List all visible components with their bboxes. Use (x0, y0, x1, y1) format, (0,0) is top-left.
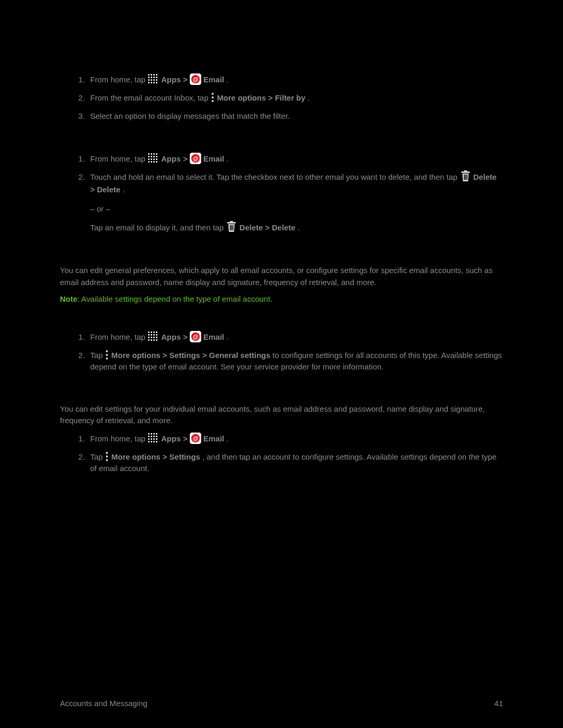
document-page: From home, tap Apps > Email . From the e… (0, 0, 563, 728)
section-intro: You can edit settings for your individua… (60, 403, 503, 427)
note-text: : Available settings depend on the type … (77, 294, 272, 303)
section-intro: You can edit general preferences, which … (60, 265, 503, 288)
more-options-label: More options > Filter by (217, 93, 305, 102)
page-footer: Accounts and Messaging 41 (60, 698, 503, 710)
more-options-icon (105, 451, 109, 462)
note-line: Note: Available settings depend on the t… (60, 293, 503, 305)
step-list-account-settings: From home, tap Apps > Email . Tap More o… (60, 433, 503, 475)
text: . (226, 434, 228, 443)
email-label: Email (203, 332, 224, 341)
list-item: Tap More options > Settings > General se… (87, 350, 503, 373)
text: Select an option to display messages tha… (90, 112, 290, 120)
text: From the email account Inbox, tap (90, 93, 211, 102)
more-options-icon (211, 92, 215, 103)
list-item: From home, tap Apps > Email . (87, 74, 503, 86)
email-icon (190, 153, 201, 164)
list-item: From the email account Inbox, tap More o… (87, 92, 503, 104)
apps-icon (148, 73, 159, 85)
text: From home, tap (90, 434, 148, 443)
delete-label: Delete > Delete (239, 223, 295, 232)
list-item: Tap More options > Settings , and then t… (87, 451, 503, 475)
step-list-general-settings: From home, tap Apps > Email . Tap More o… (60, 331, 503, 373)
more-options-icon (105, 350, 109, 360)
apps-label: Apps (161, 154, 181, 163)
email-label: Email (203, 75, 224, 84)
text: From home, tap (90, 332, 148, 341)
separator: > (183, 154, 190, 163)
trash-icon (226, 220, 237, 233)
separator: > (183, 332, 190, 341)
separator: > (183, 434, 190, 443)
list-item: From home, tap Apps > Email . (87, 433, 503, 445)
or-separator: – or – (90, 203, 503, 215)
footer-section-title: Accounts and Messaging (60, 698, 148, 710)
text: . (226, 75, 228, 84)
text: Tap (90, 452, 105, 461)
trash-icon (460, 170, 471, 182)
note-label: Note (60, 294, 77, 303)
settings-path-label: More options > Settings (112, 452, 200, 461)
text: Tap (90, 351, 105, 360)
settings-path-label: More options > Settings > General settin… (112, 351, 271, 360)
apps-label: Apps (161, 75, 181, 84)
text: Touch and hold an email to select it. Ta… (90, 172, 460, 181)
apps-icon (148, 433, 159, 444)
email-icon (190, 73, 201, 85)
text: . (226, 332, 228, 341)
step-list-delete: From home, tap Apps > Email . Touch and … (60, 153, 503, 235)
list-item: From home, tap Apps > Email . (87, 331, 503, 343)
footer-page-number: 41 (494, 698, 503, 710)
separator: > (183, 75, 190, 84)
email-label: Email (203, 154, 224, 163)
text: Tap an email to display it, and then tap (90, 223, 226, 232)
list-item: From home, tap Apps > Email . (87, 153, 503, 165)
apps-label: Apps (161, 434, 181, 443)
apps-icon (148, 153, 159, 164)
text: From home, tap (90, 154, 148, 163)
apps-label: Apps (161, 332, 181, 341)
list-item: Touch and hold an email to select it. Ta… (87, 171, 503, 235)
email-icon (190, 331, 201, 342)
text: From home, tap (90, 75, 148, 84)
text: . (226, 154, 228, 163)
text: . (308, 93, 310, 102)
email-label: Email (203, 434, 224, 443)
apps-icon (148, 331, 159, 342)
email-icon (190, 433, 201, 444)
text: . (298, 223, 300, 232)
step-list-filter: From home, tap Apps > Email . From the e… (60, 74, 503, 122)
text: . (123, 185, 125, 194)
list-item: Select an option to display messages tha… (87, 110, 503, 122)
